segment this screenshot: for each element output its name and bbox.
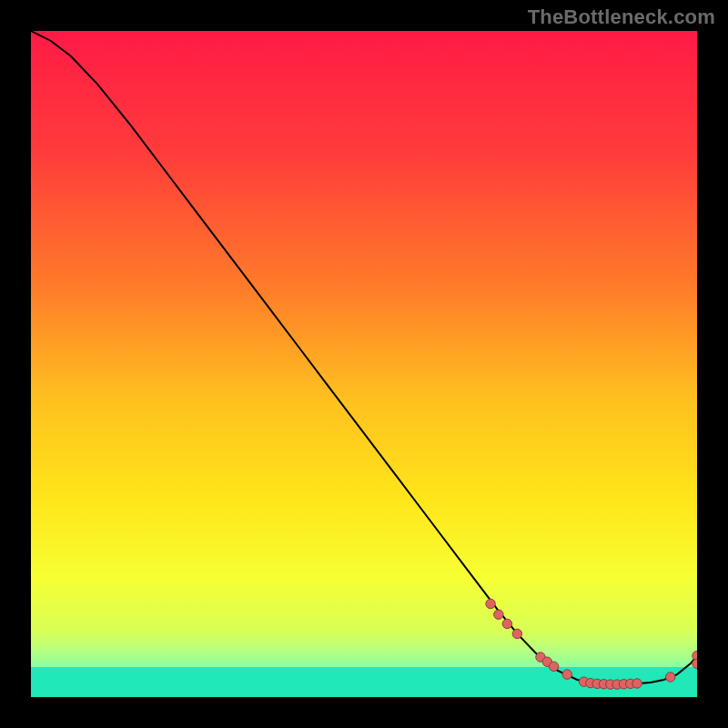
data-point [486,599,495,608]
bottleneck-chart [31,31,697,697]
gradient-background [31,31,697,697]
data-point [549,662,558,671]
chart-frame: TheBottleneck.com [0,0,728,728]
data-point [632,679,642,688]
data-point [494,610,503,619]
data-point [502,619,511,628]
data-point [512,629,521,638]
plot-area [31,31,697,697]
data-point [562,670,571,679]
watermark-text: TheBottleneck.com [528,5,715,29]
data-point [666,672,675,682]
